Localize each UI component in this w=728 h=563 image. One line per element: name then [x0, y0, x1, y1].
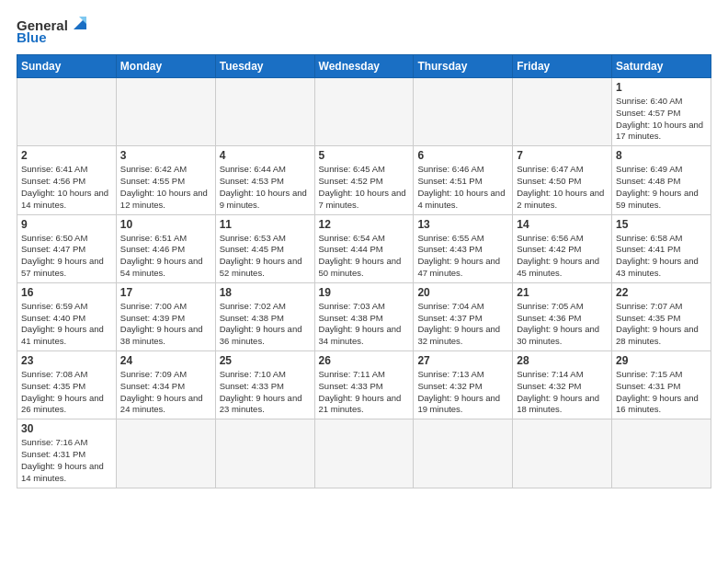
day-info: Sunrise: 7:13 AM Sunset: 4:32 PM Dayligh…: [417, 369, 508, 416]
day-cell: 26Sunrise: 7:11 AM Sunset: 4:33 PM Dayli…: [314, 351, 414, 419]
weekday-friday: Friday: [513, 55, 612, 78]
week-row-5: 23Sunrise: 7:08 AM Sunset: 4:35 PM Dayli…: [17, 351, 711, 419]
day-info: Sunrise: 6:45 AM Sunset: 4:52 PM Dayligh…: [319, 164, 410, 211]
day-info: Sunrise: 7:14 AM Sunset: 4:32 PM Dayligh…: [517, 369, 608, 416]
weekday-thursday: Thursday: [414, 55, 513, 78]
day-cell: 21Sunrise: 7:05 AM Sunset: 4:36 PM Dayli…: [513, 282, 612, 350]
day-info: Sunrise: 6:59 AM Sunset: 4:40 PM Dayligh…: [21, 301, 112, 348]
day-info: Sunrise: 7:04 AM Sunset: 4:37 PM Dayligh…: [417, 301, 508, 348]
day-cell: [17, 78, 117, 146]
day-cell: 6Sunrise: 6:46 AM Sunset: 4:51 PM Daylig…: [414, 146, 513, 214]
day-cell: 28Sunrise: 7:14 AM Sunset: 4:32 PM Dayli…: [513, 351, 612, 419]
day-info: Sunrise: 7:11 AM Sunset: 4:33 PM Dayligh…: [319, 369, 410, 416]
day-number: 30: [21, 422, 112, 435]
week-row-1: 1Sunrise: 6:40 AM Sunset: 4:57 PM Daylig…: [17, 78, 711, 146]
day-info: Sunrise: 6:50 AM Sunset: 4:47 PM Dayligh…: [21, 233, 112, 280]
day-cell: 7Sunrise: 6:47 AM Sunset: 4:50 PM Daylig…: [513, 146, 612, 214]
day-info: Sunrise: 6:53 AM Sunset: 4:45 PM Dayligh…: [220, 233, 311, 280]
day-number: 22: [616, 286, 707, 299]
day-cell: [116, 78, 215, 146]
day-cell: 30Sunrise: 7:16 AM Sunset: 4:31 PM Dayli…: [17, 419, 117, 488]
day-info: Sunrise: 7:08 AM Sunset: 4:35 PM Dayligh…: [21, 369, 112, 416]
day-number: 19: [319, 286, 410, 299]
day-cell: 18Sunrise: 7:02 AM Sunset: 4:38 PM Dayli…: [215, 282, 314, 350]
day-number: 17: [120, 286, 211, 299]
day-info: Sunrise: 6:40 AM Sunset: 4:57 PM Dayligh…: [616, 96, 707, 143]
day-number: 24: [120, 354, 211, 367]
day-cell: 25Sunrise: 7:10 AM Sunset: 4:33 PM Dayli…: [215, 351, 314, 419]
day-number: 6: [417, 149, 508, 162]
day-number: 18: [220, 286, 311, 299]
day-cell: 15Sunrise: 6:58 AM Sunset: 4:41 PM Dayli…: [612, 214, 711, 282]
day-cell: 23Sunrise: 7:08 AM Sunset: 4:35 PM Dayli…: [17, 351, 117, 419]
day-cell: [215, 419, 314, 488]
day-number: 10: [120, 218, 211, 231]
weekday-sunday: Sunday: [17, 55, 117, 78]
calendar: SundayMondayTuesdayWednesdayThursdayFrid…: [17, 54, 711, 488]
day-info: Sunrise: 6:56 AM Sunset: 4:42 PM Dayligh…: [517, 233, 608, 280]
day-info: Sunrise: 7:03 AM Sunset: 4:38 PM Dayligh…: [319, 301, 410, 348]
day-info: Sunrise: 6:46 AM Sunset: 4:51 PM Dayligh…: [417, 164, 508, 211]
day-cell: 1Sunrise: 6:40 AM Sunset: 4:57 PM Daylig…: [612, 78, 711, 146]
day-cell: 10Sunrise: 6:51 AM Sunset: 4:46 PM Dayli…: [116, 214, 215, 282]
day-number: 5: [319, 149, 410, 162]
day-number: 9: [21, 218, 112, 231]
week-row-3: 9Sunrise: 6:50 AM Sunset: 4:47 PM Daylig…: [17, 214, 711, 282]
day-cell: [612, 419, 711, 488]
day-info: Sunrise: 6:55 AM Sunset: 4:43 PM Dayligh…: [417, 233, 508, 280]
day-number: 15: [616, 218, 707, 231]
day-number: 11: [220, 218, 311, 231]
day-info: Sunrise: 6:44 AM Sunset: 4:53 PM Dayligh…: [220, 164, 311, 211]
day-number: 8: [616, 149, 707, 162]
day-number: 4: [220, 149, 311, 162]
weekday-header-row: SundayMondayTuesdayWednesdayThursdayFrid…: [17, 55, 711, 78]
day-info: Sunrise: 6:49 AM Sunset: 4:48 PM Dayligh…: [616, 164, 707, 211]
week-row-6: 30Sunrise: 7:16 AM Sunset: 4:31 PM Dayli…: [17, 419, 711, 488]
day-cell: 17Sunrise: 7:00 AM Sunset: 4:39 PM Dayli…: [116, 282, 215, 350]
day-cell: 5Sunrise: 6:45 AM Sunset: 4:52 PM Daylig…: [314, 146, 414, 214]
day-info: Sunrise: 7:07 AM Sunset: 4:35 PM Dayligh…: [616, 301, 707, 348]
day-info: Sunrise: 6:54 AM Sunset: 4:44 PM Dayligh…: [319, 233, 410, 280]
day-cell: [414, 419, 513, 488]
day-number: 23: [21, 354, 112, 367]
day-cell: [215, 78, 314, 146]
weekday-wednesday: Wednesday: [314, 55, 414, 78]
day-cell: 4Sunrise: 6:44 AM Sunset: 4:53 PM Daylig…: [215, 146, 314, 214]
day-cell: 24Sunrise: 7:09 AM Sunset: 4:34 PM Dayli…: [116, 351, 215, 419]
day-number: 27: [417, 354, 508, 367]
day-info: Sunrise: 6:51 AM Sunset: 4:46 PM Dayligh…: [120, 233, 211, 280]
day-number: 20: [417, 286, 508, 299]
day-cell: [513, 419, 612, 488]
day-cell: [314, 419, 414, 488]
day-number: 7: [517, 149, 608, 162]
day-number: 28: [517, 354, 608, 367]
day-cell: [513, 78, 612, 146]
day-cell: 3Sunrise: 6:42 AM Sunset: 4:55 PM Daylig…: [116, 146, 215, 214]
day-cell: 22Sunrise: 7:07 AM Sunset: 4:35 PM Dayli…: [612, 282, 711, 350]
day-info: Sunrise: 7:16 AM Sunset: 4:31 PM Dayligh…: [21, 437, 112, 484]
day-number: 13: [417, 218, 508, 231]
day-cell: 14Sunrise: 6:56 AM Sunset: 4:42 PM Dayli…: [513, 214, 612, 282]
header: General Blue: [17, 17, 711, 45]
day-number: 25: [220, 354, 311, 367]
day-info: Sunrise: 7:10 AM Sunset: 4:33 PM Dayligh…: [220, 369, 311, 416]
day-cell: 19Sunrise: 7:03 AM Sunset: 4:38 PM Dayli…: [314, 282, 414, 350]
day-cell: 20Sunrise: 7:04 AM Sunset: 4:37 PM Dayli…: [414, 282, 513, 350]
day-info: Sunrise: 6:47 AM Sunset: 4:50 PM Dayligh…: [517, 164, 608, 211]
day-cell: 11Sunrise: 6:53 AM Sunset: 4:45 PM Dayli…: [215, 214, 314, 282]
day-info: Sunrise: 6:42 AM Sunset: 4:55 PM Dayligh…: [120, 164, 211, 211]
day-info: Sunrise: 6:58 AM Sunset: 4:41 PM Dayligh…: [616, 233, 707, 280]
day-number: 29: [616, 354, 707, 367]
day-cell: [314, 78, 414, 146]
logo-blue: Blue: [17, 29, 47, 45]
page: General Blue SundayMondayTuesdayWednesda…: [0, 0, 728, 563]
week-row-4: 16Sunrise: 6:59 AM Sunset: 4:40 PM Dayli…: [17, 282, 711, 350]
day-info: Sunrise: 7:15 AM Sunset: 4:31 PM Dayligh…: [616, 369, 707, 416]
day-cell: 8Sunrise: 6:49 AM Sunset: 4:48 PM Daylig…: [612, 146, 711, 214]
day-number: 3: [120, 149, 211, 162]
day-number: 2: [21, 149, 112, 162]
day-info: Sunrise: 7:02 AM Sunset: 4:38 PM Dayligh…: [220, 301, 311, 348]
day-info: Sunrise: 7:09 AM Sunset: 4:34 PM Dayligh…: [120, 369, 211, 416]
logo-triangle-icon: [70, 13, 90, 33]
day-cell: 29Sunrise: 7:15 AM Sunset: 4:31 PM Dayli…: [612, 351, 711, 419]
